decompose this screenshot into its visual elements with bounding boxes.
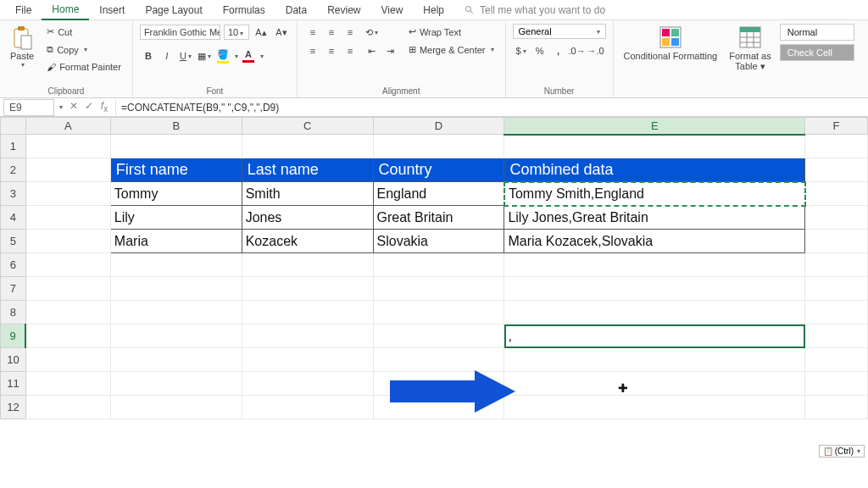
underline-button[interactable]: U▾ [177, 47, 194, 64]
italic-button[interactable]: I [159, 47, 175, 64]
comma-button[interactable]: , [550, 42, 567, 59]
cell-b8[interactable] [110, 301, 242, 324]
cell-e3[interactable]: Tommy Smith,England [504, 182, 805, 206]
name-box[interactable]: E9 [3, 99, 54, 116]
cell-e5[interactable]: Maria Kozacek,Slovakia [504, 230, 805, 253]
paste-options-button[interactable]: 📋 (Ctrl) ▾ [819, 445, 865, 458]
cell-a7[interactable] [25, 277, 110, 301]
row-header-4[interactable]: 4 [1, 206, 26, 230]
bold-button[interactable]: B [140, 47, 157, 64]
cell-f12[interactable] [805, 396, 868, 419]
align-middle-icon[interactable]: ≡ [323, 24, 340, 41]
cell-style-check[interactable]: Check Cell [780, 44, 854, 61]
cell-f1[interactable] [805, 135, 868, 158]
cell-b10[interactable] [110, 348, 242, 372]
increase-decimal-icon[interactable]: .0→ [569, 42, 586, 59]
cell-d6[interactable] [373, 253, 504, 277]
conditional-formatting-button[interactable]: Conditional Formatting [620, 24, 721, 63]
cell-c3[interactable]: Smith [242, 182, 373, 206]
tab-insert[interactable]: Insert [89, 1, 135, 19]
cell-a4[interactable] [25, 206, 110, 230]
col-header-c[interactable]: C [242, 118, 373, 135]
row-header-5[interactable]: 5 [1, 230, 26, 253]
border-button[interactable]: ▦▾ [196, 47, 213, 64]
cell-d3[interactable]: England [373, 182, 504, 206]
copy-button[interactable]: ⧉Copy▾ [42, 42, 125, 58]
cell-e10[interactable] [504, 348, 805, 372]
cell-f9[interactable] [805, 324, 868, 348]
cell-d2[interactable]: Country [373, 158, 504, 182]
cell-e6[interactable] [504, 253, 805, 277]
col-header-f[interactable]: F [805, 118, 868, 135]
cell-d7[interactable] [373, 277, 504, 301]
fill-color-button[interactable]: 🪣 [214, 47, 231, 64]
cell-a12[interactable] [25, 396, 110, 419]
row-header-3[interactable]: 3 [1, 182, 26, 206]
cell-c12[interactable] [242, 396, 373, 419]
cell-e2[interactable]: Combined data [504, 158, 805, 182]
cell-f11[interactable] [805, 372, 868, 396]
cell-style-normal[interactable]: Normal [780, 24, 854, 41]
formula-input[interactable]: =CONCATENATE(B9," ",C9,",",D9) [115, 100, 868, 115]
row-header-10[interactable]: 10 [1, 348, 26, 372]
cell-a3[interactable] [25, 182, 110, 206]
align-right-icon[interactable]: ≡ [342, 42, 359, 59]
cell-b1[interactable] [110, 135, 242, 158]
cell-c11[interactable] [242, 372, 373, 396]
col-header-d[interactable]: D [373, 118, 504, 135]
row-header-1[interactable]: 1 [1, 135, 26, 158]
cell-a2[interactable] [25, 158, 110, 182]
format-as-table-button[interactable]: Format as Table ▾ [726, 24, 775, 73]
tab-view[interactable]: View [371, 1, 414, 19]
increase-font-icon[interactable]: A▴ [253, 24, 270, 41]
col-header-e[interactable]: E [504, 118, 805, 135]
cell-e7[interactable] [504, 277, 805, 301]
decrease-decimal-icon[interactable]: →.0 [587, 42, 604, 59]
cell-f4[interactable] [805, 206, 868, 230]
row-header-8[interactable]: 8 [1, 301, 26, 324]
align-bottom-icon[interactable]: ≡ [342, 24, 359, 41]
percent-button[interactable]: % [531, 42, 548, 59]
font-size-dropdown[interactable]: 10▾ [224, 25, 249, 40]
paste-button[interactable]: Paste ▾ [7, 24, 37, 70]
cell-b6[interactable] [110, 253, 242, 277]
row-header-2[interactable]: 2 [1, 158, 26, 182]
decrease-font-icon[interactable]: A▾ [273, 24, 290, 41]
number-format-dropdown[interactable]: General▾ [513, 24, 606, 39]
cell-c4[interactable]: Jones [242, 206, 373, 230]
wrap-text-button[interactable]: ↩Wrap Text [404, 24, 498, 40]
align-top-icon[interactable]: ≡ [304, 24, 321, 41]
row-header-9[interactable]: 9 [1, 324, 26, 348]
cancel-formula-icon[interactable]: ✕ [68, 100, 80, 114]
font-color-button[interactable]: A [240, 47, 257, 64]
cell-b2[interactable]: First name [110, 158, 242, 182]
cell-f2[interactable] [805, 158, 868, 182]
row-header-11[interactable]: 11 [1, 372, 26, 396]
format-painter-button[interactable]: 🖌Format Painter [42, 59, 125, 75]
cell-b11[interactable] [110, 372, 242, 396]
tab-review[interactable]: Review [317, 1, 370, 19]
cell-b5[interactable]: Maria [110, 230, 242, 253]
merge-center-button[interactable]: ⊞Merge & Center▾ [404, 42, 498, 58]
cell-e9[interactable]: , [504, 324, 805, 348]
currency-button[interactable]: $▾ [513, 42, 530, 59]
increase-indent-icon[interactable]: ⇥ [382, 42, 399, 59]
tab-file[interactable]: File [5, 1, 42, 19]
cell-c1[interactable] [242, 135, 373, 158]
cell-f10[interactable] [805, 348, 868, 372]
cell-d8[interactable] [373, 301, 504, 324]
cell-d5[interactable]: Slovakia [373, 230, 504, 253]
tab-home[interactable]: Home [42, 0, 89, 20]
cell-b3[interactable]: Tommy [110, 182, 242, 206]
tab-data[interactable]: Data [275, 1, 317, 19]
tab-formulas[interactable]: Formulas [213, 1, 275, 19]
row-header-6[interactable]: 6 [1, 253, 26, 277]
cell-b12[interactable] [110, 396, 242, 419]
cell-c7[interactable] [242, 277, 373, 301]
cell-d4[interactable]: Great Britain [373, 206, 504, 230]
cell-d1[interactable] [373, 135, 504, 158]
cell-a8[interactable] [25, 301, 110, 324]
cell-f5[interactable] [805, 230, 868, 253]
cell-c8[interactable] [242, 301, 373, 324]
cell-a1[interactable] [25, 135, 110, 158]
